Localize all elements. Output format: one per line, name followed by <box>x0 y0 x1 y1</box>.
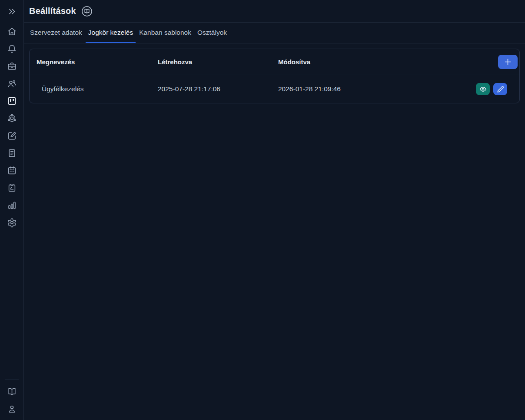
add-role-button[interactable] <box>498 55 518 69</box>
sidebar-item-kanban[interactable] <box>5 95 18 107</box>
hexagon-nodes-icon <box>7 113 17 123</box>
tab-bar: Szervezet adatok Jogkör kezelés Kanban s… <box>24 23 525 43</box>
roles-table-card: Megnevezés Létrehozva Módosítva Ügyfélke… <box>29 49 520 103</box>
edit-role-button[interactable] <box>493 83 507 95</box>
bar-chart-icon <box>7 200 17 210</box>
bell-icon <box>7 44 17 54</box>
sidebar <box>0 0 24 420</box>
sidebar-item-home[interactable] <box>5 25 18 37</box>
main-content: Beállítások Szervezet adatok Jogkör keze… <box>24 0 525 420</box>
sidebar-item-calendar[interactable] <box>5 164 18 176</box>
sidebar-item-modules[interactable] <box>5 112 18 124</box>
kanban-board-icon <box>7 96 17 106</box>
tab-osztalyok[interactable]: Osztályok <box>195 23 229 43</box>
help-button[interactable] <box>81 5 93 17</box>
clipboard-icon <box>7 183 17 193</box>
sidebar-item-reports[interactable] <box>5 199 18 211</box>
app-root: Beállítások Szervezet adatok Jogkör keze… <box>0 0 525 420</box>
home-icon <box>7 26 17 36</box>
sidebar-item-profile[interactable] <box>5 403 18 415</box>
view-role-button[interactable] <box>476 83 490 95</box>
user-icon <box>7 404 17 414</box>
sidebar-item-inbox[interactable] <box>5 60 18 72</box>
page-header: Beállítások <box>24 0 525 23</box>
role-modified-cell: 2026-01-28 21:09:46 <box>278 85 476 93</box>
calendar-icon <box>7 165 17 175</box>
pencil-icon <box>497 86 504 93</box>
page-title: Beállítások <box>29 6 76 16</box>
sidebar-item-notifications[interactable] <box>5 43 18 55</box>
role-created-cell: 2025-07-28 21:17:06 <box>158 85 278 93</box>
role-name-cell: Ügyfélkezelés <box>37 85 158 93</box>
sidebar-expand-button[interactable] <box>5 5 18 17</box>
eye-icon <box>479 86 487 93</box>
sidebar-item-users[interactable] <box>5 77 18 89</box>
gear-icon <box>7 218 17 228</box>
sidebar-item-notes[interactable] <box>5 129 18 142</box>
sidebar-divider <box>5 380 19 380</box>
tab-szervezet-adatok[interactable]: Szervezet adatok <box>27 23 85 43</box>
column-header-created: Létrehozva <box>158 58 278 66</box>
row-actions <box>476 83 507 95</box>
sidebar-footer <box>0 380 23 415</box>
note-edit-icon <box>7 131 17 141</box>
sidebar-item-documents[interactable] <box>5 147 18 159</box>
tab-jogkor-kezeles[interactable]: Jogkör kezelés <box>86 23 136 43</box>
tab-kanban-sablonok[interactable]: Kanban sablonok <box>136 23 194 43</box>
column-header-modified: Módosítva <box>278 58 498 66</box>
sidebar-item-docs[interactable] <box>5 385 18 397</box>
chevrons-right-icon <box>7 7 17 17</box>
sidebar-item-tasks[interactable] <box>5 182 18 194</box>
plus-icon <box>504 58 512 66</box>
briefcase-icon <box>7 61 17 71</box>
column-header-name: Megnevezés <box>37 58 158 66</box>
book-icon <box>7 387 17 397</box>
book-circle-icon <box>81 5 93 17</box>
sidebar-item-settings[interactable] <box>5 216 18 228</box>
table-header-row: Megnevezés Létrehozva Módosítva <box>30 49 519 75</box>
table-row: Ügyfélkezelés 2025-07-28 21:17:06 2026-0… <box>30 75 519 103</box>
document-icon <box>7 148 17 158</box>
users-icon <box>7 79 17 89</box>
